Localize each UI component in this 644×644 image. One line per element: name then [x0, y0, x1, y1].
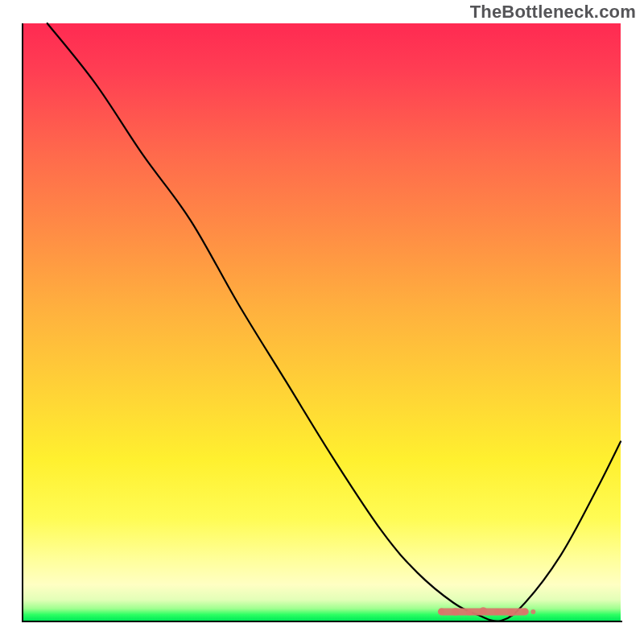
svg-point-6: [522, 608, 528, 613]
optimal-range-marker: [23, 23, 621, 621]
x-axis-line: [22, 621, 622, 622]
svg-point-2: [467, 609, 473, 615]
svg-point-1: [452, 608, 459, 615]
svg-point-3: [480, 607, 487, 614]
svg-point-0: [439, 608, 444, 613]
y-axis-line: [22, 23, 23, 622]
svg-point-7: [530, 609, 535, 614]
chart-container: TheBottleneck.com: [0, 0, 644, 644]
attribution-text: TheBottleneck.com: [470, 2, 636, 23]
svg-point-5: [507, 609, 514, 616]
svg-point-4: [494, 609, 500, 614]
